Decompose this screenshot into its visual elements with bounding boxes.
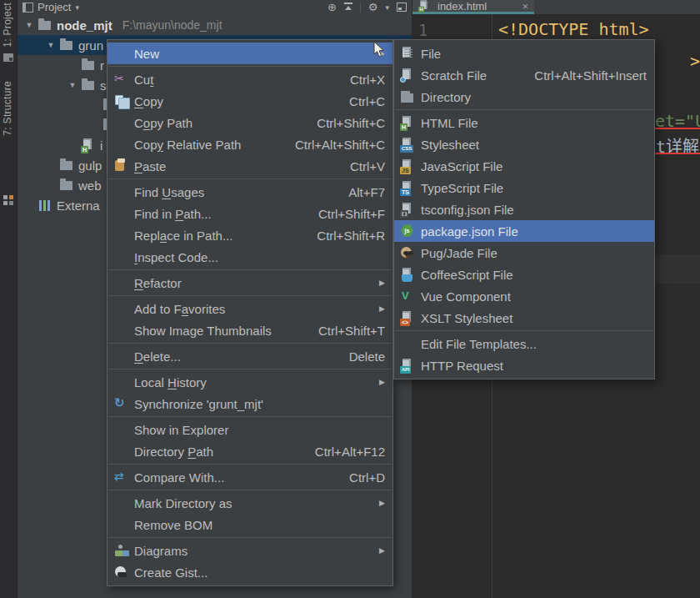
js-file-icon [400,159,415,173]
context-menu-item-find-usages[interactable]: Find UsagesAlt+F7 [108,181,392,203]
menu-item-label: XSLT Stylesheet [421,311,512,325]
icon-placeholder [113,349,128,363]
close-icon[interactable]: × [522,1,528,12]
mouse-pointer-icon [373,42,385,61]
folder-icon [59,158,74,172]
locate-icon[interactable]: ⊕ [328,2,337,13]
settings-gear-icon[interactable]: ⚙ [368,2,378,13]
new-submenu-item-xslt-stylesheet[interactable]: XSLT Stylesheet [394,307,654,329]
new-submenu-separator [395,330,653,331]
context-menu-item-paste[interactable]: PasteCtrl+V [108,155,392,177]
tree-item-node-mjt[interactable]: ▼node_mjtF:\mayun\node_mjt [18,15,412,35]
file-icon [400,47,415,60]
tsconfig-file-icon [400,203,415,216]
menu-item-label: Show in Explorer [134,423,228,437]
expand-arrow-icon[interactable]: ▼ [64,81,81,89]
new-submenu-item-javascript-file[interactable]: JavaScript File [394,155,654,177]
context-menu-item-diagrams[interactable]: Diagrams▶ [108,540,392,561]
current-line-highlight [654,254,700,284]
context-menu-item-add-to-favorites[interactable]: Add to Favorites▶ [108,298,392,319]
menu-item-label: package.json File [421,224,518,239]
menu-item-label: Find in Path... [134,207,212,221]
menu-item-label: Synchronize 'grunt_mjt' [134,397,263,411]
context-menu-item-local-history[interactable]: Local History▶ [108,371,392,393]
new-submenu-item-directory[interactable]: Directory [394,86,654,108]
panel-title: Project [38,1,71,13]
context-menu-item-find-in-path[interactable]: Find in Path...Ctrl+Shift+F [108,203,392,224]
tree-item-label: Externa [57,198,100,213]
new-submenu-item-vue-component[interactable]: Vue Component [394,285,654,307]
compare-icon [113,470,128,484]
context-menu-item-delete[interactable]: Delete...Delete [108,345,392,367]
context-menu-item-create-gist[interactable]: Create Gist... [108,561,392,583]
tree-item-label: web [78,178,102,193]
new-submenu-item-typescript-file[interactable]: TypeScript File [394,177,654,198]
menu-item-label: CoffeeScript File [421,268,513,282]
shortcut-label: Ctrl+Alt+Shift+C [295,138,385,152]
new-submenu-item-coffeescript-file[interactable]: CoffeeScript File [394,264,654,285]
new-submenu-item-html-file[interactable]: HTML File [394,112,654,133]
html-file-icon [418,1,430,12]
menu-item-label: JavaScript File [421,159,502,173]
panel-icon [22,3,33,13]
new-submenu-item-scratch-file[interactable]: Scratch FileCtrl+Alt+Shift+Insert [394,64,654,86]
project-tool-icon[interactable] [3,53,13,62]
directory-icon [400,90,415,103]
context-menu-item-copy-path[interactable]: Copy PathCtrl+Shift+C [108,112,392,133]
context-menu-separator [108,178,392,179]
new-submenu-item-edit-file-templates[interactable]: Edit File Templates... [394,333,654,354]
context-menu-item-inspect-code[interactable]: Inspect Code... [108,246,392,268]
context-menu-item-replace-in-path[interactable]: Replace in Path...Ctrl+Shift+R [108,224,392,246]
ts-file-icon [400,181,415,194]
context-menu-item-show-in-explorer[interactable]: Show in Explorer [108,419,392,440]
new-submenu-item-tsconfig-json-file[interactable]: tsconfig.json File [394,198,654,220]
context-menu-item-cut[interactable]: CutCtrl+X [108,68,392,90]
menu-item-label: Create Gist... [134,565,208,580]
shortcut-label: Ctrl+Shift+T [318,324,385,338]
new-submenu-item-pug-jade-file[interactable]: Pug/Jade File [394,242,654,264]
context-menu-item-directory-path[interactable]: Directory PathCtrl+Alt+F12 [108,440,392,462]
shortcut-label: Ctrl+D [349,470,385,485]
context-menu-item-mark-directory-as[interactable]: Mark Directory as▶ [108,492,392,514]
new-submenu-item-file[interactable]: File [394,43,654,64]
menu-item-label: Delete... [134,349,181,364]
chevron-down-icon[interactable]: ▾ [75,3,79,12]
pug-icon [400,246,415,259]
collapse-all-icon[interactable] [344,3,352,13]
context-menu-separator [108,269,392,270]
shortcut-label: Ctrl+Shift+C [317,116,385,130]
new-submenu-item-package-json-file[interactable]: package.json File [394,220,654,242]
hide-panel-icon[interactable] [397,3,407,12]
context-menu-item-refactor[interactable]: Refactor▶ [108,272,392,294]
menu-item-label: Local History [134,375,207,389]
expand-arrow-icon[interactable]: ▼ [42,41,59,49]
context-menu-item-copy[interactable]: CopyCtrl+C [108,90,392,112]
context-menu-separator [108,464,392,465]
ide-window: 1: Project 7: Structure Project ▾ ⊕ ⚙ ▾ … [0,0,700,598]
context-menu-item-show-image-thumbnails[interactable]: Show Image ThumbnailsCtrl+Shift+T [108,319,392,341]
context-menu-item-remove-bom[interactable]: Remove BOM [108,514,392,535]
menu-item-label: File [421,47,441,61]
tree-item-label: s [100,78,107,93]
gear-caret-icon[interactable]: ▾ [385,3,389,12]
vue-icon [400,289,415,303]
folder-icon [59,178,74,192]
favorites-icon[interactable] [3,195,8,199]
icon-placeholder [113,302,128,315]
tab-index-html[interactable]: index.html × [412,0,534,14]
context-menu-item-new[interactable]: New▶ [108,43,392,64]
html-file-icon [81,138,96,152]
context-menu-item-compare-with[interactable]: Compare With...Ctrl+D [108,466,392,488]
tree-item-label: gulp [78,158,102,173]
new-submenu-item-stylesheet[interactable]: Stylesheet [394,133,654,155]
icon-placeholder [113,138,128,151]
expand-arrow-icon[interactable]: ▼ [21,21,38,29]
tab-title: index.html [438,0,487,13]
http-icon [400,359,415,372]
tool-button-project[interactable]: 1: Project [2,3,13,48]
context-menu-item-synchronize-grunt-mjt[interactable]: Synchronize 'grunt_mjt' [108,393,392,415]
new-submenu-item-http-request[interactable]: HTTP Request [394,354,654,376]
tool-button-structure[interactable]: 7: Structure [2,81,13,136]
context-menu-item-copy-relative-path[interactable]: Copy Relative PathCtrl+Alt+Shift+C [108,133,392,155]
context-menu: New▶CutCtrl+XCopyCtrl+CCopy PathCtrl+Shi… [107,39,393,586]
